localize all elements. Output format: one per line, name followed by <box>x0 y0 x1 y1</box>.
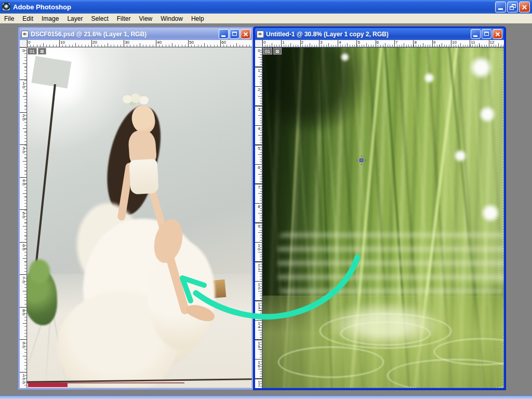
document-window-dscf0156: DSCF0156.psd @ 21.6% (Layer 1, RGB) 0102… <box>18 27 254 390</box>
menu-help[interactable]: Help <box>187 15 208 23</box>
ruler-tick-label: 20 <box>92 41 97 45</box>
menu-layer[interactable]: Layer <box>63 15 87 23</box>
doc-right-controls <box>471 29 502 39</box>
photoshop-application-window: Adobe Photoshop File Edit Image Layer Se… <box>0 0 532 399</box>
restore-icon-front <box>510 6 514 10</box>
app-restore-button[interactable] <box>507 2 518 12</box>
app-minimize-button[interactable] <box>495 2 506 12</box>
doc-left-titlebar[interactable]: DSCF0156.psd @ 21.6% (Layer 1, RGB) <box>20 28 252 40</box>
ruler-tick-label: 4 <box>339 41 341 45</box>
ruler-tick-label: 15 <box>256 341 262 348</box>
ruler-tick-label: 90 <box>20 341 26 348</box>
doc-right-minimize-button[interactable] <box>471 29 481 39</box>
doc-left-body: 010203040506070 0102030405060708090100 <box>20 40 252 388</box>
ruler-tick-label: 9 <box>433 41 435 45</box>
bride-photo <box>27 47 252 388</box>
ruler-tick-label: 60 <box>20 243 26 250</box>
ruler-tick-label: 14 <box>256 321 262 328</box>
bokeh-highlight <box>454 149 467 163</box>
doc-left-minimize-button[interactable] <box>219 29 229 39</box>
ruler-tick-label: 11 <box>471 41 475 45</box>
ruler-tick-label: 10 <box>256 243 262 250</box>
doc-right-horizontal-ruler[interactable]: 0123456789101112 <box>262 40 504 47</box>
doc-right-titlebar[interactable]: Untitled-1 @ 30.8% (Layer 1 copy 2, RGB) <box>255 28 504 40</box>
ruler-tick-label: 4 <box>256 126 262 130</box>
doc-left-maximize-button[interactable] <box>230 29 240 39</box>
ruler-tick-label: 11 <box>256 263 262 270</box>
ruler-tick-label: 100 <box>20 373 26 384</box>
ruler-tick-label: 60 <box>221 41 226 45</box>
ruler-tick-label: 30 <box>125 41 129 45</box>
plant-leaf <box>29 259 50 283</box>
ruler-tick-label: 10 <box>60 41 65 45</box>
ruler-tick-label: 12 <box>490 41 495 45</box>
app-window-controls <box>495 2 530 12</box>
ruler-tick-label: 3 <box>256 107 262 111</box>
maximize-icon <box>232 32 237 36</box>
menu-image[interactable]: Image <box>37 15 63 23</box>
maximize-icon <box>484 32 489 36</box>
minimize-icon <box>221 35 225 37</box>
psd-file-icon <box>21 31 29 38</box>
bokeh-highlight <box>340 52 350 62</box>
ruler-tick-label: 9 <box>256 224 262 228</box>
menu-edit[interactable]: Edit <box>18 15 37 23</box>
ruler-tick-label: 5 <box>358 41 360 45</box>
bokeh-highlight <box>469 56 493 79</box>
bokeh-highlight <box>423 72 435 84</box>
ruler-tick-label: 8 <box>414 41 416 45</box>
ruler-tick-label: 2 <box>256 87 262 91</box>
psd-file-icon <box>257 31 264 38</box>
doc-right-vertical-ruler[interactable]: 01234567891011121314151617 <box>255 47 262 388</box>
app-titlebar[interactable]: Adobe Photoshop <box>0 0 532 14</box>
ruler-tick-label: 16 <box>256 360 262 367</box>
doc-left-ruler-corner <box>20 40 27 47</box>
doc-right-canvas[interactable]: 01 ⊠ <box>262 47 504 388</box>
ruler-tick-label: 7 <box>256 185 262 189</box>
doc-left-vertical-ruler[interactable]: 0102030405060708090100 <box>20 47 27 388</box>
workspace-background: DSCF0156.psd @ 21.6% (Layer 1, RGB) 0102… <box>0 23 532 396</box>
doc-left-close-button[interactable] <box>241 29 250 39</box>
doc-left-controls <box>219 29 250 39</box>
app-close-button[interactable] <box>519 2 530 12</box>
image-badge-icon: ⊠ <box>273 48 282 55</box>
menu-select[interactable]: Select <box>87 15 112 23</box>
menu-bar: File Edit Image Layer Select Filter View… <box>0 14 532 24</box>
red-strip <box>28 383 68 387</box>
ruler-tick-label: 10 <box>20 81 26 88</box>
ruler-tick-label: 1 <box>256 68 262 72</box>
ruler-tick-label: 70 <box>20 276 26 283</box>
menu-view[interactable]: View <box>135 15 156 23</box>
menu-file[interactable]: File <box>0 15 18 23</box>
doc-left-title: DSCF0156.psd @ 21.6% (Layer 1, RGB) <box>31 31 147 38</box>
ruler-tick-label: 0 <box>256 48 262 52</box>
ruler-tick-label: 20 <box>20 113 26 121</box>
ruler-tick-label: 80 <box>20 308 26 315</box>
blurred-highlight-band <box>278 233 504 293</box>
ruler-tick-label: 6 <box>377 41 379 45</box>
water-ripple <box>340 322 431 345</box>
ruler-tick-label: 0 <box>263 41 265 45</box>
ruler-tick-label: 40 <box>157 41 162 45</box>
badge-number: 01 <box>263 48 272 55</box>
studio-light <box>31 56 71 88</box>
ruler-tick-label: 13 <box>256 302 262 309</box>
ruler-tick-label: 12 <box>256 282 262 289</box>
ruler-tick-label: 8 <box>256 204 262 208</box>
ruler-tick-label: 50 <box>189 41 194 45</box>
ruler-tick-label: 6 <box>256 165 262 169</box>
doc-left-horizontal-ruler[interactable]: 010203040506070 <box>27 40 252 47</box>
doc-right-close-button[interactable] <box>493 29 502 39</box>
ruler-tick-label: 3 <box>320 41 322 45</box>
ruler-tick-label: 7 <box>395 41 397 45</box>
doc-left-canvas[interactable]: 01 ⊠ <box>27 47 252 388</box>
menu-window[interactable]: Window <box>156 15 187 23</box>
grass-water-image <box>262 47 504 388</box>
doc-right-maximize-button[interactable] <box>482 29 491 39</box>
annotation-badge: 01 ⊠ <box>263 48 282 55</box>
app-title: Adobe Photoshop <box>13 3 71 11</box>
bokeh-highlight <box>478 105 496 123</box>
ruler-tick-label: 1 <box>282 41 284 45</box>
doc-right-ruler-corner <box>255 40 262 47</box>
menu-filter[interactable]: Filter <box>113 15 135 23</box>
